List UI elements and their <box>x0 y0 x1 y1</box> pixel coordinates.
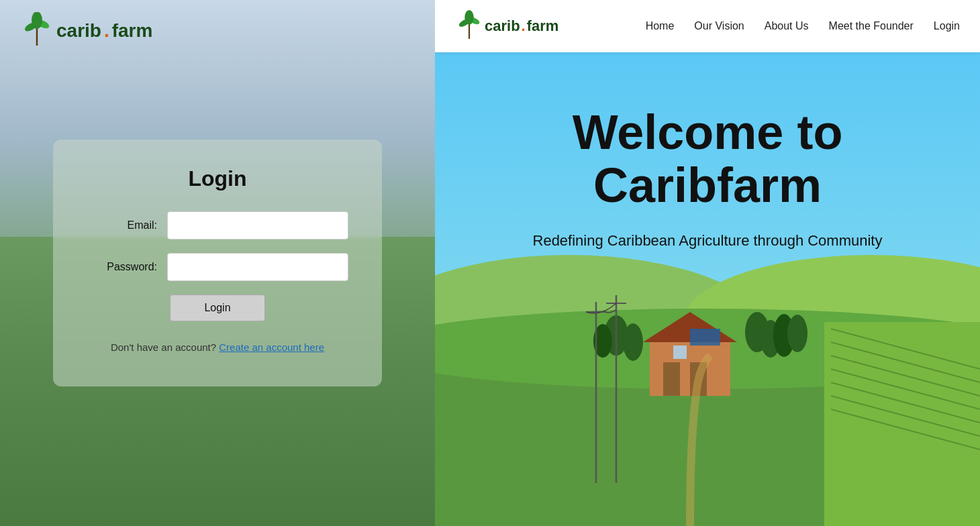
create-account-link[interactable]: Create an account here <box>219 341 324 353</box>
left-logo-carib: carib <box>56 20 101 42</box>
nav-meet-the-founder[interactable]: Meet the Founder <box>829 20 914 32</box>
password-row: Password: <box>87 253 348 281</box>
signup-text-row: Don't have an account? Create an account… <box>87 341 348 353</box>
nav-about-us[interactable]: About Us <box>765 20 809 32</box>
email-label: Email: <box>87 219 167 231</box>
nav-logo-carib: carib <box>485 17 520 35</box>
left-logo-farm: farm <box>112 20 153 42</box>
left-logo-dot: . <box>104 20 109 42</box>
nav-logo[interactable]: carib.farm <box>455 10 558 42</box>
password-label: Password: <box>87 261 167 273</box>
login-button-row: Login <box>87 295 348 321</box>
navbar: carib.farm Home Our Vision About Us Meet… <box>435 0 980 52</box>
hero-title-line2: Caribfarm <box>593 158 822 212</box>
hero-subtitle: Redefining Caribbean Agriculture through… <box>533 232 883 250</box>
hero-title: Welcome to Caribfarm <box>573 106 843 212</box>
login-title: Login <box>87 166 348 191</box>
nav-logo-icon <box>455 10 483 42</box>
nav-login[interactable]: Login <box>934 20 960 32</box>
nav-our-vision[interactable]: Our Vision <box>694 20 744 32</box>
email-input[interactable] <box>167 211 348 240</box>
email-row: Email: <box>87 211 348 240</box>
right-panel: carib.farm Home Our Vision About Us Meet… <box>435 0 980 526</box>
hero-title-line1: Welcome to <box>573 105 843 159</box>
hero-content: Welcome to Caribfarm Redefining Caribbea… <box>435 52 980 526</box>
signup-static-text: Don't have an account? <box>111 341 216 353</box>
svg-point-37 <box>464 10 473 25</box>
left-panel: carib.farm Login Email: Password: Login … <box>0 0 435 526</box>
nav-logo-farm: farm <box>527 17 559 35</box>
nav-links: Home Our Vision About Us Meet the Founde… <box>646 20 960 32</box>
left-logo-icon <box>20 12 54 49</box>
nav-home[interactable]: Home <box>646 20 675 32</box>
login-card: Login Email: Password: Login Don't have … <box>53 140 382 386</box>
login-button[interactable]: Login <box>170 295 264 321</box>
svg-point-3 <box>32 12 42 29</box>
left-logo[interactable]: carib.farm <box>20 12 152 49</box>
password-input[interactable] <box>167 253 348 281</box>
nav-logo-dot: . <box>522 17 526 35</box>
